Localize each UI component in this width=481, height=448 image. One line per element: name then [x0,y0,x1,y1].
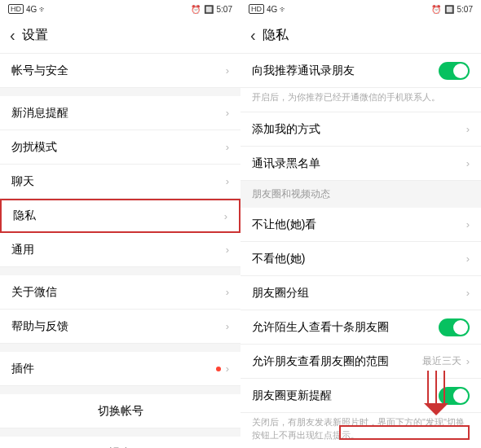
row-label: 不让他(她)看 [252,217,466,232]
row-blacklist[interactable]: 通讯录黑名单 › [240,147,481,181]
toggle-recommend[interactable] [439,62,470,80]
row-label: 聊天 [11,174,226,189]
settings-row[interactable]: 插件› [0,352,240,386]
row-update-reminder[interactable]: 朋友圈更新提醒 [240,379,481,413]
chevron-icon: › [466,253,470,265]
settings-row[interactable]: 勿扰模式› [0,130,240,165]
battery-icon: 🔲 [444,5,454,14]
gap [0,88,240,96]
privacy-list: 向我推荐通讯录朋友 开启后，为你推荐已经开通微信的手机联系人。 添加我的方式 ›… [240,54,481,448]
section-moments: 朋友圈和视频动态 [240,181,481,208]
row-label: 允许陌生人查看十条朋友圈 [252,320,439,335]
hd-icon: HD [8,4,24,14]
note-recommend: 开启后，为你推荐已经开通微信的手机联系人。 [240,88,481,112]
status-bar: HD 4G ᯤ ⏰ 🔲 5:07 [0,0,240,18]
row-label: 帐号与安全 [11,64,226,78]
row-moments-group[interactable]: 朋友圈分组 › [240,276,481,310]
settings-row[interactable]: 帮助与反馈› [0,310,240,344]
chevron-icon: › [466,123,470,135]
settings-row[interactable]: 关于微信› [0,275,240,310]
gap [0,344,240,352]
alarm-icon: ⏰ [191,5,201,14]
chevron-icon: › [224,210,227,222]
header: ‹ 设置 [0,18,240,54]
carrier-label: 4G [267,5,277,14]
chevron-icon: › [226,286,229,298]
hd-icon: HD [249,4,264,14]
wifi-icon: ᯤ [39,5,47,14]
privacy-screen: HD 4G ᯤ ⏰ 🔲 5:07 ‹ 隐私 向我推荐通讯录朋友 开启后，为你推荐… [240,0,481,448]
row-label: 通讯录黑名单 [252,156,466,171]
settings-row[interactable]: 通用› [0,233,240,267]
row-value: 最近三天 [422,354,461,368]
toggle-stranger-ten[interactable] [439,318,470,336]
row-label: 不看他(她) [252,252,466,266]
row-label: 朋友圈分组 [252,286,466,301]
row-dont-see[interactable]: 不看他(她) › [240,242,481,276]
page-title: 设置 [22,27,48,44]
chevron-icon: › [226,141,229,153]
row-label: 勿扰模式 [11,140,226,155]
chevron-icon: › [226,244,229,256]
settings-row[interactable]: 帐号与安全› [0,54,240,88]
gap [0,267,240,275]
row-label: 隐私 [13,209,224,223]
alarm-icon: ⏰ [431,5,441,14]
back-icon[interactable]: ‹ [10,26,15,45]
switch-account-button[interactable]: 切换帐号 [0,394,240,428]
back-icon[interactable]: ‹ [250,26,256,45]
note-update: 关闭后，有朋友发表新照片时，界面下方的"发现"切换按钮上不再出现红点提示。 [240,413,481,448]
row-label: 插件 [11,362,216,376]
settings-list: 帐号与安全›新消息提醒›勿扰模式›聊天›隐私›通用›关于微信›帮助与反馈›插件›… [0,54,240,448]
settings-row[interactable]: 隐私› [0,199,240,233]
chevron-icon: › [226,320,229,332]
row-label: 通用 [11,243,226,257]
time-label: 5:07 [457,5,473,14]
battery-icon: 🔲 [204,5,214,14]
row-label: 向我推荐通讯录朋友 [252,64,439,78]
time-label: 5:07 [217,5,232,14]
settings-screen: HD 4G ᯤ ⏰ 🔲 5:07 ‹ 设置 帐号与安全›新消息提醒›勿扰模式›聊… [0,0,240,448]
chevron-icon: › [226,107,229,119]
row-label: 关于微信 [11,285,226,300]
gap [0,428,240,437]
toggle-update-reminder[interactable] [439,387,470,405]
status-bar: HD 4G ᯤ ⏰ 🔲 5:07 [240,0,481,18]
wifi-icon: ᯤ [280,5,288,14]
row-label: 朋友圈更新提醒 [252,389,439,403]
gap [0,386,240,394]
chevron-icon: › [226,362,229,375]
row-label: 允许朋友查看朋友圈的范围 [252,354,422,369]
settings-row[interactable]: 新消息提醒› [0,96,240,130]
page-title: 隐私 [263,27,289,44]
settings-row[interactable]: 聊天› [0,165,240,199]
carrier-label: 4G [26,5,37,14]
chevron-icon: › [226,175,229,187]
chevron-icon: › [466,157,470,169]
row-label: 新消息提醒 [11,106,226,121]
row-add-me[interactable]: 添加我的方式 › [240,112,481,147]
chevron-icon: › [226,64,229,77]
row-label: 帮助与反馈 [11,319,226,334]
chevron-icon: › [466,218,470,231]
header: ‹ 隐私 [240,18,481,54]
row-friend-range[interactable]: 允许朋友查看朋友圈的范围 最近三天 › [240,345,481,379]
chevron-icon: › [466,287,470,299]
logout-button[interactable]: 退出 [0,437,240,448]
row-dont-let-see[interactable]: 不让他(她)看 › [240,208,481,242]
badge-dot [216,367,221,371]
chevron-icon: › [466,355,470,367]
row-stranger-ten[interactable]: 允许陌生人查看十条朋友圈 [240,310,481,345]
row-recommend-contacts[interactable]: 向我推荐通讯录朋友 [240,54,481,88]
row-label: 添加我的方式 [252,122,466,137]
